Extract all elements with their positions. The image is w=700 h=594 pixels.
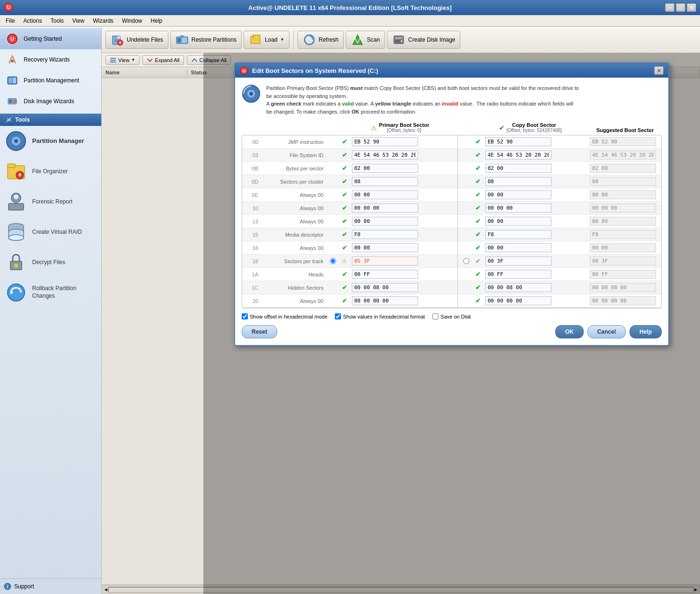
view-icon [110, 57, 116, 63]
pbs-value-input[interactable] [352, 151, 418, 160]
cbs-value-input[interactable] [485, 270, 551, 279]
maximize-button[interactable]: □ [676, 3, 685, 12]
show-values-hex-checkbox[interactable] [335, 313, 341, 319]
sbs-value-input [590, 164, 656, 173]
pbs-radio[interactable] [330, 258, 336, 264]
undelete-files-button[interactable]: Undelete Files [105, 31, 168, 49]
expand-all-button[interactable]: Expand All [142, 55, 184, 65]
cbs-value-input[interactable] [485, 296, 551, 305]
cell-label: Sectors per track [261, 257, 327, 265]
cbs-value-input[interactable] [485, 283, 551, 292]
cell-label: Heads [261, 271, 327, 278]
sbs-value-input [590, 177, 656, 186]
modal-title-bar: U Edit Boot Sectors on System Reserved (… [235, 63, 668, 78]
restore-partitions-button[interactable]: Restore Partitions [170, 31, 242, 49]
sbs-value-input [590, 243, 656, 252]
sidebar-tool-forensic-report[interactable]: Forensic Report [0, 186, 101, 217]
save-on-disk-checkbox[interactable] [432, 313, 438, 319]
reset-button[interactable]: Reset [242, 325, 277, 338]
load-button[interactable]: Load ▼ [244, 31, 289, 49]
modal-footer: Show offset in hexadecimal mode Show val… [242, 308, 662, 338]
modal-close-button[interactable]: ✕ [654, 66, 664, 75]
cbs-value-input[interactable] [485, 243, 551, 252]
cbs-value-cell [483, 136, 588, 147]
pbs-value-input[interactable] [352, 283, 418, 292]
info-text: Partition Primary Boot Sector (PBS) must… [266, 84, 579, 115]
menu-window[interactable]: Window [118, 17, 146, 25]
menu-file[interactable]: File [2, 17, 18, 25]
cell-label: Media descriptor [261, 231, 327, 239]
menu-actions[interactable]: Actions [19, 17, 45, 25]
scan-button[interactable]: Scan [346, 31, 385, 49]
pbs-radio-cell[interactable] [327, 258, 339, 264]
table-row: 1A Heads ✔ ✔ [242, 268, 661, 281]
show-offset-hex-checkbox[interactable] [242, 313, 248, 319]
pbs-value-input[interactable] [352, 204, 418, 213]
cbs-value-input[interactable] [485, 204, 551, 213]
sidebar-tool-decrypt-files[interactable]: Decrypt Files [0, 247, 101, 277]
help-button[interactable]: Help [630, 325, 662, 338]
pbs-value-input[interactable] [352, 164, 418, 173]
sidebar-tool-partition-manager[interactable]: Partition Manager [0, 126, 101, 156]
show-offset-hex-checkbox-label[interactable]: Show offset in hexadecimal mode [242, 313, 327, 319]
cbs-value-input[interactable] [485, 230, 551, 239]
sidebar-item-getting-started[interactable]: U Getting Started [0, 28, 101, 49]
cancel-button[interactable]: Cancel [587, 325, 626, 338]
sbs-value-cell [588, 189, 661, 200]
pbs-value-input[interactable] [352, 270, 418, 279]
minimize-button[interactable]: — [665, 3, 674, 12]
pbs-value-cell [350, 189, 455, 200]
cbs-value-input[interactable] [485, 151, 551, 160]
cell-offset: 13 [242, 218, 261, 225]
sidebar-item-disk-image-wizards[interactable]: Disk Image Wizards [0, 91, 101, 112]
cbs-value-input[interactable] [485, 177, 551, 186]
svg-text:U: U [243, 69, 246, 73]
sidebar-tool-rollback[interactable]: Rollback Partition Changes [0, 277, 101, 308]
refresh-button[interactable]: Refresh [298, 31, 344, 49]
pbs-value-input[interactable] [352, 190, 418, 199]
partition-management-icon [5, 73, 20, 88]
cbs-value-input[interactable] [485, 137, 551, 146]
pbs-value-input[interactable] [352, 177, 418, 186]
menu-wizards[interactable]: Wizards [89, 17, 117, 25]
menu-help[interactable]: Help [147, 17, 166, 25]
cbs-check-icon: ✔ [475, 271, 481, 278]
cbs-value-cell [483, 176, 588, 187]
table-row: 03 File System ID ✔ ✔ [242, 149, 661, 162]
sidebar-tool-create-virtual-raid[interactable]: Create Virtual RAID [0, 217, 101, 247]
view-button[interactable]: View ▼ [105, 55, 140, 65]
pbs-value-input[interactable] [352, 137, 418, 146]
sidebar-support[interactable]: i Support [0, 578, 101, 594]
sidebar-item-recovery-wizards[interactable]: Recovery Wizards [0, 49, 101, 70]
sidebar-item-partition-management[interactable]: Partition Management [0, 70, 101, 91]
cbs-radio[interactable] [463, 258, 470, 264]
scroll-left-arrow[interactable]: ◄ [104, 587, 108, 592]
cbs-value-input[interactable] [485, 257, 551, 266]
table-scroll[interactable]: 00 JMP instruction ✔ ✔ 03 File System ID… [242, 135, 661, 308]
menu-view[interactable]: View [69, 17, 88, 25]
sbs-value-input [590, 190, 656, 199]
svg-point-44 [401, 40, 402, 42]
cell-offset: 1C [242, 284, 261, 292]
show-values-hex-checkbox-label[interactable]: Show values in hexadecimal format [335, 313, 425, 319]
ok-button[interactable]: OK [555, 325, 584, 338]
close-button[interactable]: ✕ [687, 3, 696, 12]
col-divider [457, 149, 458, 161]
cbs-value-input[interactable] [485, 164, 551, 173]
pbs-value-input[interactable] [352, 243, 418, 252]
cbs-radio-cell[interactable] [461, 258, 472, 264]
pbs-value-input[interactable] [352, 257, 418, 266]
pbs-value-input[interactable] [352, 217, 418, 226]
pbs-value-input[interactable] [352, 296, 418, 305]
cbs-value-input[interactable] [485, 217, 551, 226]
cbs-value-input[interactable] [485, 190, 551, 199]
sbs-value-cell [588, 242, 661, 253]
sidebar-tool-file-organizer[interactable]: File Organizer [0, 156, 101, 186]
svg-rect-35 [177, 38, 181, 43]
cbs-check-cell: ✔ [472, 257, 483, 265]
menu-tools[interactable]: Tools [47, 17, 68, 25]
svg-rect-9 [9, 99, 12, 103]
pbs-value-input[interactable] [352, 230, 418, 239]
save-on-disk-checkbox-label[interactable]: Save on Disk [432, 313, 471, 319]
create-disk-image-button[interactable]: Create Disk Image [387, 31, 460, 49]
